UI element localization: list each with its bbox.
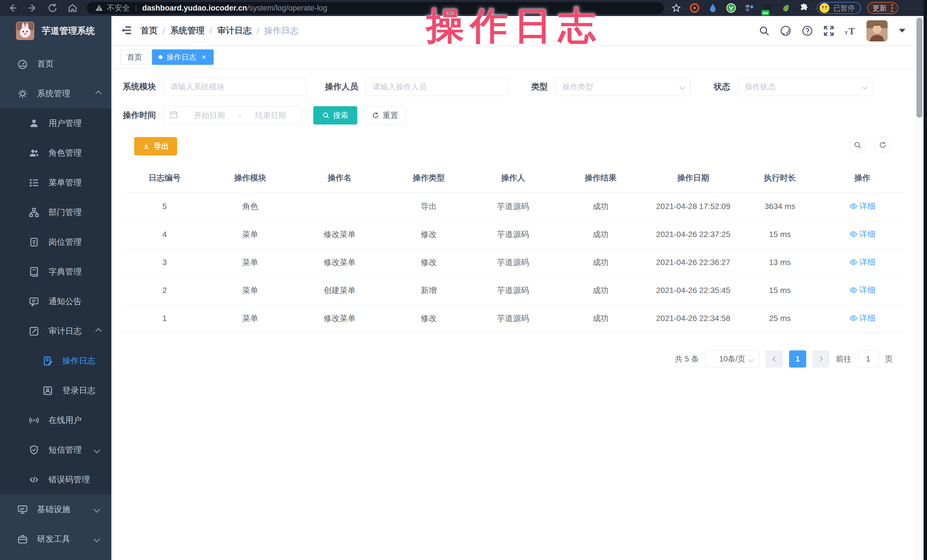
bookmark-star-icon[interactable]	[671, 3, 681, 13]
online-signal-icon	[29, 415, 40, 426]
avatar-dropdown-caret-icon[interactable]	[899, 29, 905, 33]
scrollbar-track[interactable]	[915, 16, 924, 560]
total-count: 共 5 条	[675, 354, 699, 364]
extension-stack-icon[interactable]	[744, 3, 755, 13]
export-button[interactable]: 导出	[134, 137, 177, 155]
module-input[interactable]	[164, 78, 306, 96]
sidebar-item-dict-mgmt[interactable]: 字典管理	[0, 257, 111, 287]
status-select-input[interactable]	[738, 78, 873, 96]
extension-proxy-icon[interactable]: on	[763, 3, 773, 13]
browser-toolbar: 不安全 | dashboard.yudao.iocoder.cn /system…	[0, 0, 927, 16]
system-mgmt-submenu: 用户管理 角色管理 菜单管理 部门管理 岗位管理 字典管理	[0, 109, 111, 495]
operator-input[interactable]	[366, 78, 508, 96]
date-range-picker[interactable]: 开始日期 - 结束日期	[163, 106, 302, 124]
sidebar-item-login-log[interactable]: 登录日志	[0, 376, 111, 405]
browser-profile-button[interactable]: 已暂停	[817, 2, 861, 14]
detail-link[interactable]: 详细	[849, 313, 875, 323]
monitor-icon	[17, 504, 28, 515]
toggle-search-button[interactable]	[849, 137, 866, 153]
operator-input-wrap	[366, 78, 508, 96]
breadcrumb-system-mgmt[interactable]: 系统管理	[170, 25, 205, 36]
browser-back-icon[interactable]	[8, 3, 18, 13]
extensions-puzzle-icon[interactable]	[799, 3, 809, 13]
help-icon[interactable]	[801, 25, 813, 37]
page-number-1[interactable]: 1	[789, 351, 806, 367]
edit-square-icon	[29, 326, 40, 337]
address-bar[interactable]: 不安全 | dashboard.yudao.iocoder.cn /system…	[87, 2, 664, 14]
sidebar-item-menu-mgmt[interactable]: 菜单管理	[0, 168, 111, 197]
refresh-icon	[372, 112, 379, 119]
tab-home[interactable]: 首页	[120, 49, 149, 65]
detail-link[interactable]: 详细	[849, 229, 875, 240]
shield-icon	[29, 445, 40, 455]
sidebar-item-user-mgmt[interactable]: 用户管理	[0, 109, 111, 138]
page-size-select[interactable]: 10条/页	[705, 351, 759, 367]
sidebar-item-audit-log[interactable]: 审计日志	[0, 316, 111, 346]
detail-link[interactable]: 详细	[849, 285, 875, 296]
search-icon	[322, 112, 330, 119]
sidebar-item-operate-log[interactable]: 操作日志	[0, 346, 111, 376]
sidebar-item-home[interactable]: 首页	[0, 49, 111, 79]
eye-icon	[849, 314, 857, 322]
fullscreen-icon[interactable]	[823, 25, 834, 36]
sidebar-item-errcode-mgmt[interactable]: 错误码管理	[0, 465, 111, 495]
profile-status-label: 已暂停	[833, 3, 855, 13]
font-size-icon[interactable]: тT	[844, 25, 857, 36]
app-logo[interactable]: 芋道管理系统	[0, 16, 111, 46]
app-title: 芋道管理系统	[42, 25, 95, 37]
user-avatar[interactable]	[866, 20, 887, 41]
end-date-placeholder[interactable]: 结束日期	[245, 110, 296, 120]
logo-rabbit-image	[16, 22, 34, 40]
breadcrumb-separator: /	[257, 26, 259, 36]
prev-page-button[interactable]	[766, 351, 783, 367]
detail-link[interactable]: 详细	[849, 201, 875, 212]
browser-forward-icon[interactable]	[27, 3, 38, 13]
scrollbar-thumb[interactable]	[916, 18, 922, 118]
browser-update-button[interactable]: 更新	[867, 2, 898, 14]
status-select[interactable]	[738, 78, 873, 96]
next-page-button[interactable]	[813, 351, 830, 367]
module-label: 系统模块	[123, 81, 156, 93]
sidebar-item-online-users[interactable]: 在线用户	[0, 405, 111, 435]
table-row: 5 角色 导出 芋道源码 成功 2021-04-28 17:52:09 3634…	[123, 193, 904, 220]
sidebar-item-notice-mgmt[interactable]: 通知公告	[0, 287, 111, 316]
tag-view-bar: 首页 操作日志	[111, 46, 916, 68]
browser-home-icon[interactable]	[67, 3, 78, 13]
top-navbar: 首页 / 系统管理 / 审计日志 / 操作日志 тT	[111, 16, 916, 46]
sidebar-menu: 首页 系统管理 用户管理 角色管理 菜单管理 部门管理	[0, 46, 111, 554]
tab-close-icon[interactable]	[201, 54, 207, 60]
browser-reload-icon[interactable]	[47, 3, 58, 13]
search-button[interactable]: 搜索	[313, 106, 357, 124]
sidebar-collapse-icon[interactable]	[120, 24, 132, 37]
type-select[interactable]	[555, 78, 691, 96]
start-date-placeholder[interactable]: 开始日期	[184, 110, 235, 120]
sidebar-item-dev-tools[interactable]: 研发工具	[0, 524, 111, 554]
sidebar-item-infrastructure[interactable]: 基础设施	[0, 495, 111, 524]
github-icon[interactable]	[780, 25, 792, 37]
eye-icon	[849, 286, 857, 294]
refresh-table-button[interactable]	[874, 137, 891, 153]
sidebar-item-role-mgmt[interactable]: 角色管理	[0, 138, 111, 168]
sidebar-item-dept-mgmt[interactable]: 部门管理	[0, 197, 111, 227]
extension-on-badge: on	[761, 10, 769, 15]
pagination: 共 5 条 10条/页 1 前往 页	[111, 351, 893, 367]
type-select-input[interactable]	[555, 78, 690, 96]
sidebar-item-post-mgmt[interactable]: 岗位管理	[0, 227, 111, 257]
extension-v-icon[interactable]	[726, 3, 736, 13]
sidebar-item-sms-mgmt[interactable]: 短信管理	[0, 435, 111, 465]
reset-button[interactable]: 重置	[364, 106, 406, 124]
badge-icon	[29, 237, 40, 247]
breadcrumb-home[interactable]: 首页	[140, 25, 158, 36]
tab-operate-log[interactable]: 操作日志	[152, 49, 214, 65]
extension-ubuntu-icon[interactable]	[689, 3, 700, 13]
goto-page-input[interactable]	[858, 351, 879, 367]
detail-link[interactable]: 详细	[849, 257, 875, 267]
browser-menu-kebab-icon[interactable]	[891, 4, 893, 12]
search-icon[interactable]	[758, 25, 770, 36]
breadcrumb-audit-log[interactable]: 审计日志	[217, 25, 252, 36]
sidebar-item-system-mgmt[interactable]: 系统管理	[0, 79, 111, 109]
extension-leaf-icon[interactable]	[781, 3, 791, 13]
message-icon	[29, 296, 40, 307]
time-label: 操作时间	[123, 110, 156, 121]
extension-drop-icon[interactable]	[708, 3, 718, 13]
